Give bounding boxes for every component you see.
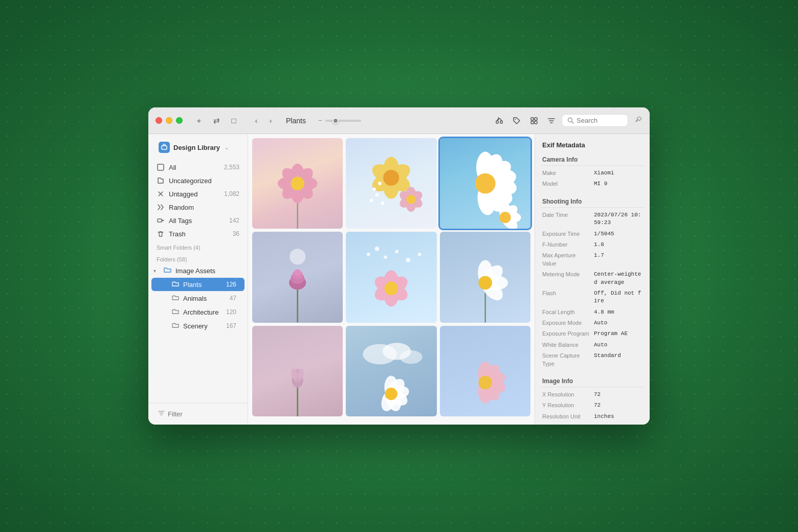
photo-cell-2[interactable] xyxy=(346,138,436,229)
filter-text-input[interactable] xyxy=(168,410,229,418)
tag-icon[interactable] xyxy=(509,114,524,128)
tags-icon xyxy=(157,216,165,225)
slider-track[interactable] xyxy=(325,120,361,122)
sidebar-item-trash[interactable]: Trash 36 xyxy=(148,227,248,240)
sync-button[interactable]: ⇄ xyxy=(209,114,224,128)
untagged-icon xyxy=(157,190,165,198)
slider-thumb[interactable] xyxy=(332,118,339,124)
photo-cell-3[interactable] xyxy=(440,138,530,229)
exif-metering-key: Metering Mode xyxy=(542,271,591,278)
exif-yres-row: Y Resolution 72 xyxy=(540,400,645,411)
svg-point-60 xyxy=(294,269,301,276)
photo-5-content xyxy=(346,232,436,322)
svg-rect-8 xyxy=(162,146,167,149)
navigation-buttons: ‹ › xyxy=(250,115,277,127)
svg-point-2 xyxy=(515,119,516,120)
exif-res-unit-key: Resolution Unit xyxy=(542,413,591,420)
folder-image-assets[interactable]: ▾ Image Assets xyxy=(148,264,248,277)
photo-cell-9[interactable] xyxy=(440,326,530,416)
exif-datetime-row: Date Time 2023/07/26 10:59:23 xyxy=(540,210,645,229)
exif-datetime-val: 2023/07/26 10:59:23 xyxy=(594,211,642,227)
subfolder-animals[interactable]: Animals 47 xyxy=(151,292,245,305)
filter-icon[interactable] xyxy=(544,114,559,128)
exif-metering-val: Center-weighted average xyxy=(594,271,642,286)
grid-icon[interactable] xyxy=(527,114,541,128)
search-input[interactable] xyxy=(577,117,623,124)
subfolder-architecture-count: 120 xyxy=(226,308,236,316)
svg-rect-9 xyxy=(158,164,164,170)
zoom-out-icon: − xyxy=(318,117,322,124)
titlebar-right-actions xyxy=(492,114,642,128)
photo-cell-8[interactable] xyxy=(346,326,436,416)
photo-9-content xyxy=(440,326,530,416)
subfolder-plants[interactable]: Plants 126 xyxy=(151,278,245,291)
exif-scene-capture-val: Standard xyxy=(594,352,621,360)
filter-input-container[interactable] xyxy=(153,407,242,420)
exif-metering-row: Metering Mode Center-weighted average xyxy=(540,269,645,288)
svg-point-64 xyxy=(384,256,388,259)
library-label: Design Library xyxy=(173,144,220,151)
subfolder-plants-label: Plants xyxy=(183,281,222,289)
add-button[interactable]: + xyxy=(192,114,206,128)
photo-cell-7[interactable] xyxy=(252,326,343,416)
filter-icon xyxy=(158,410,165,418)
back-button[interactable]: ‹ xyxy=(250,115,262,127)
exif-white-balance-val: Auto xyxy=(594,341,607,349)
minimize-button[interactable] xyxy=(166,117,172,124)
exif-modify-date-row: Modify Date 2023/07/26 10:59:23 xyxy=(540,422,645,425)
sidebar-item-all[interactable]: All 2,553 xyxy=(148,161,248,174)
photo-cell-6[interactable] xyxy=(440,232,530,322)
photo-2-content xyxy=(346,138,436,229)
svg-point-65 xyxy=(395,250,399,254)
photo-cell-5[interactable] xyxy=(346,232,436,322)
maximize-button[interactable] xyxy=(176,117,183,124)
svg-point-62 xyxy=(367,253,370,256)
pin-icon[interactable] xyxy=(634,116,642,126)
svg-rect-6 xyxy=(535,121,537,124)
sidebar-item-untagged[interactable]: Untagged 1,082 xyxy=(148,187,248,201)
forward-button[interactable]: › xyxy=(264,115,277,127)
exif-exposure-time-key: Exposure Time xyxy=(542,230,591,238)
photo-cell-4[interactable] xyxy=(252,232,343,322)
folder-toggle-icon: ▾ xyxy=(153,268,160,274)
trash-icon xyxy=(157,230,165,238)
exif-exposure-time-row: Exposure Time 1/5045 xyxy=(540,229,645,239)
titlebar-left-actions: + ⇄ □ xyxy=(192,114,241,128)
library-button[interactable]: Design Library ⌄ xyxy=(154,139,241,156)
exif-title: Exif Metadata xyxy=(535,134,650,153)
folders-header: Folders (58) xyxy=(148,252,248,264)
sidebar-item-random[interactable]: Random xyxy=(148,201,248,214)
zoom-slider[interactable]: − xyxy=(318,117,361,124)
subfolder-scenery[interactable]: Scenery 167 xyxy=(151,319,245,332)
subfolder-plants-count: 126 xyxy=(226,281,236,288)
svg-rect-5 xyxy=(531,121,534,124)
close-button[interactable] xyxy=(156,117,162,124)
exif-model-row: Model MI 9 xyxy=(540,179,645,189)
exif-model-key: Model xyxy=(542,180,591,188)
photo-cell-1[interactable] xyxy=(252,138,343,229)
exif-yres-key: Y Resolution xyxy=(542,402,591,409)
sidebar-item-uncategorized[interactable]: Uncategorized xyxy=(148,174,248,187)
exif-exposure-mode-key: Exposure Mode xyxy=(542,319,591,327)
sidebar-toggle-button[interactable]: □ xyxy=(227,114,241,128)
subfolder-architecture[interactable]: Architecture 120 xyxy=(151,305,245,319)
photo-grid-container xyxy=(248,134,535,425)
search-box[interactable] xyxy=(562,114,628,127)
sidebar-item-all-tags[interactable]: All Tags 142 xyxy=(148,214,248,227)
exif-white-balance-row: White Balance Auto xyxy=(540,340,645,350)
exif-model-val: MI 9 xyxy=(594,180,607,188)
svg-rect-3 xyxy=(531,118,534,120)
exif-datetime-key: Date Time xyxy=(542,211,591,219)
photo-7-content xyxy=(252,326,343,416)
share-icon[interactable] xyxy=(492,114,506,128)
exif-flash-row: Flash Off, Did not fire xyxy=(540,288,645,307)
svg-point-67 xyxy=(418,253,422,256)
svg-point-61 xyxy=(290,249,305,265)
exif-exposure-program-val: Program AE xyxy=(594,330,628,338)
photo-3-content xyxy=(440,138,530,229)
exif-modify-date-key: Modify Date xyxy=(542,424,591,425)
exif-make-key: Make xyxy=(542,169,591,177)
exif-yres-val: 72 xyxy=(594,402,601,409)
all-icon xyxy=(157,163,165,171)
exif-shooting-section: Shooting Info Date Time 2023/07/26 10:59… xyxy=(535,195,650,374)
